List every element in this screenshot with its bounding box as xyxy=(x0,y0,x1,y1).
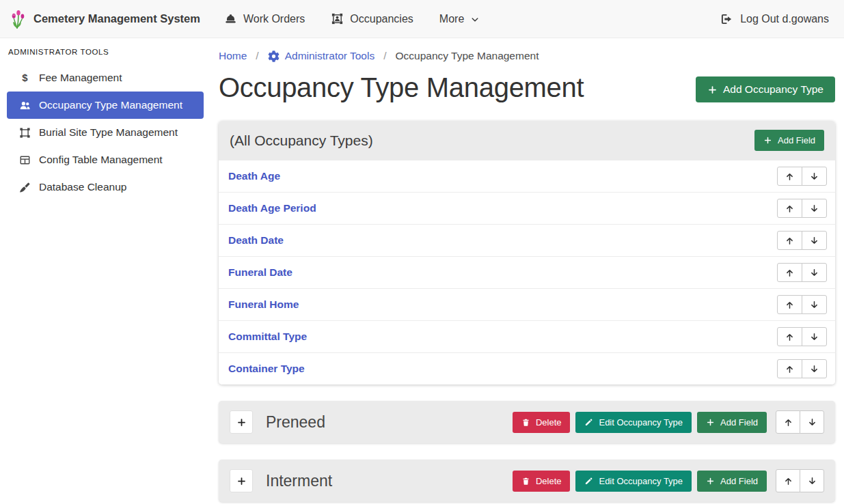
add-field-button[interactable]: Add Field xyxy=(754,130,824,151)
move-down-button[interactable] xyxy=(802,359,827,378)
breadcrumb-admin-tools[interactable]: Administrator Tools xyxy=(268,50,375,62)
move-down-button[interactable] xyxy=(802,167,827,186)
nav-work-orders-label: Work Orders xyxy=(243,13,305,25)
breadcrumb-home[interactable]: Home xyxy=(219,50,247,62)
field-link[interactable]: Funeral Home xyxy=(228,298,299,311)
arrow-up-icon xyxy=(785,332,795,342)
reorder-button-group xyxy=(777,295,827,314)
sidebar-item-config-table-management[interactable]: Config Table Management xyxy=(7,146,204,173)
add-field-button[interactable]: Add Field xyxy=(697,412,767,433)
move-up-button[interactable] xyxy=(777,199,802,218)
occupancy-type-panel-list: Preneed Delete Edit Occupancy Type Add F… xyxy=(219,401,835,502)
move-down-button[interactable] xyxy=(802,231,827,250)
move-down-button[interactable] xyxy=(802,199,827,218)
field-row: Funeral Date xyxy=(219,256,835,288)
sidebar-item-label: Occupancy Type Management xyxy=(39,99,182,111)
move-up-button[interactable] xyxy=(777,327,802,346)
field-row: Funeral Home xyxy=(219,288,835,320)
gear-icon xyxy=(268,51,280,62)
arrow-down-icon xyxy=(809,171,819,182)
move-up-button[interactable] xyxy=(777,167,802,186)
app-title: Cemetery Management System xyxy=(33,12,200,25)
main-content: Home / Administrator Tools / Occupancy T… xyxy=(212,38,844,502)
occupancy-type-panel: Interment Delete Edit Occupancy Type Add… xyxy=(219,460,835,502)
breadcrumb-current: Occupancy Type Management xyxy=(396,50,539,62)
move-down-button[interactable] xyxy=(802,263,827,282)
move-down-button[interactable] xyxy=(802,327,827,346)
move-up-button[interactable] xyxy=(777,295,802,314)
delete-button[interactable]: Delete xyxy=(513,412,571,433)
reorder-button-group xyxy=(777,359,827,378)
reorder-button-group xyxy=(776,469,824,492)
reorder-button-group xyxy=(777,167,827,186)
arrow-down-icon xyxy=(807,476,817,486)
arrow-down-icon xyxy=(809,332,819,342)
nav-more-dropdown[interactable]: More xyxy=(426,13,493,25)
move-up-button[interactable] xyxy=(777,359,802,378)
sidebar-item-burial-site-type-management[interactable]: Burial Site Type Management xyxy=(7,119,204,146)
field-row-list: Death Age Death Age Period xyxy=(219,160,835,384)
logout-link[interactable]: Log Out d.gowans xyxy=(720,12,833,26)
occupancy-plot-icon xyxy=(331,12,344,25)
field-link[interactable]: Death Date xyxy=(228,234,284,247)
plus-icon xyxy=(763,136,772,145)
sidebar-item-occupancy-type-management[interactable]: Occupancy Type Management xyxy=(7,92,204,119)
arrow-down-icon xyxy=(809,268,819,278)
sign-out-icon xyxy=(720,12,733,26)
move-down-button[interactable] xyxy=(802,295,827,314)
nav-occupancies-label: Occupancies xyxy=(350,13,413,25)
sidebar-list: Fee Management Occupancy Type Management… xyxy=(0,64,212,201)
app-brand[interactable]: Cemetery Management System xyxy=(11,9,200,29)
plus-icon xyxy=(236,476,247,486)
field-link[interactable]: Death Age Period xyxy=(228,202,316,214)
move-up-button[interactable] xyxy=(777,231,802,250)
arrow-up-icon xyxy=(783,476,793,486)
add-occupancy-type-button[interactable]: Add Occupancy Type xyxy=(696,76,835,102)
move-up-button[interactable] xyxy=(777,263,802,282)
field-row: Death Age Period xyxy=(219,192,835,224)
title-row: Occupancy Type Management Add Occupancy … xyxy=(219,70,835,104)
plus-icon xyxy=(706,418,715,427)
move-down-button[interactable] xyxy=(800,469,824,492)
move-up-button[interactable] xyxy=(776,469,800,492)
reorder-button-group xyxy=(777,199,827,218)
reorder-button-group xyxy=(777,231,827,250)
sidebar-item-label: Database Cleanup xyxy=(39,181,126,193)
sidebar-item-label: Fee Management xyxy=(39,72,122,84)
trash-icon xyxy=(521,418,530,427)
sidebar-item-fee-management[interactable]: Fee Management xyxy=(7,64,204,92)
logout-label: Log Out d.gowans xyxy=(740,13,829,25)
plus-icon xyxy=(706,477,715,486)
move-up-button[interactable] xyxy=(776,410,800,434)
field-link[interactable]: Container Type xyxy=(228,363,305,375)
tulips-logo-icon xyxy=(11,9,26,29)
nav-work-orders[interactable]: Work Orders xyxy=(211,12,318,25)
field-row: Container Type xyxy=(219,352,835,384)
all-types-panel-header: (All Occupancy Types) Add Field xyxy=(219,121,835,160)
edit-occupancy-type-button[interactable]: Edit Occupancy Type xyxy=(575,471,692,492)
field-row: Committal Type xyxy=(219,320,835,352)
chevron-down-icon xyxy=(470,15,480,25)
add-field-button[interactable]: Add Field xyxy=(697,471,767,492)
sidebar-item-database-cleanup[interactable]: Database Cleanup xyxy=(7,173,204,201)
field-row: Death Age xyxy=(219,160,835,192)
nav-more-label: More xyxy=(439,13,464,25)
reorder-button-group xyxy=(777,263,827,282)
field-link[interactable]: Funeral Date xyxy=(228,266,292,279)
field-link[interactable]: Death Age xyxy=(228,170,280,182)
arrow-up-icon xyxy=(785,204,795,214)
arrow-down-icon xyxy=(809,364,819,374)
page-title: Occupancy Type Management xyxy=(219,70,584,104)
expand-button[interactable] xyxy=(230,410,253,434)
move-down-button[interactable] xyxy=(800,410,824,434)
reorder-button-group xyxy=(777,327,827,346)
delete-button[interactable]: Delete xyxy=(513,471,571,492)
field-link[interactable]: Committal Type xyxy=(228,331,307,343)
table-icon xyxy=(19,154,31,166)
breadcrumb-separator: / xyxy=(383,50,386,62)
nav-occupancies[interactable]: Occupancies xyxy=(318,12,426,25)
arrow-up-icon xyxy=(785,171,795,182)
edit-occupancy-type-button[interactable]: Edit Occupancy Type xyxy=(575,412,692,433)
expand-button[interactable] xyxy=(230,469,253,492)
reorder-button-group xyxy=(776,410,824,434)
